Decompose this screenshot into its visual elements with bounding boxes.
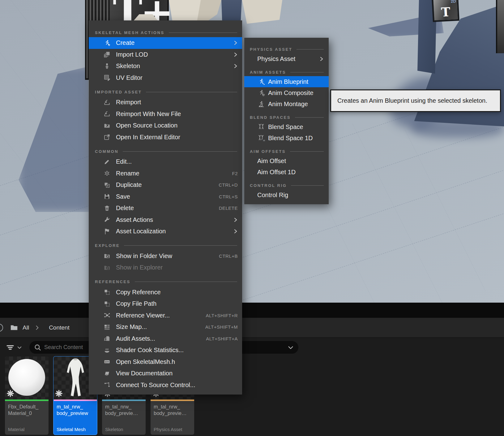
anim-blueprint-icon bbox=[257, 78, 265, 85]
search-combo-chevron-icon[interactable] bbox=[287, 344, 294, 351]
asset-label-area: m_tal_nrw_body_previewSkeletal Mesh bbox=[53, 401, 97, 435]
audit-icon bbox=[103, 335, 111, 342]
menu-item-reference-viewer[interactable]: Reference Viewer...ALT+SHIFT+R bbox=[89, 310, 242, 322]
anim-composite-icon bbox=[257, 89, 265, 97]
menu-item-label: Show in Folder View bbox=[116, 253, 172, 260]
external-link-icon bbox=[103, 133, 111, 141]
create-submenu: PHYSICS ASSETPhysics AssetANIM ASSETSAni… bbox=[244, 38, 329, 204]
menu-item-physics-asset[interactable]: Physics Asset bbox=[244, 53, 329, 64]
menu-item-copy-file-path[interactable]: Copy File Path bbox=[89, 298, 242, 310]
menu-item-show-in-explorer[interactable]: Show in Explorer bbox=[89, 262, 242, 274]
menu-item-label: Create bbox=[116, 39, 135, 46]
menu-item-reimport-with-new-file[interactable]: Reimport With New File bbox=[89, 108, 242, 120]
menu-item-blend-space-1d[interactable]: 1DBlend Space 1D bbox=[244, 132, 329, 144]
menu-item-label: Asset Actions bbox=[116, 216, 153, 223]
menu-item-label: Shader Cook Statistics... bbox=[116, 347, 184, 354]
settings-circle-icon[interactable] bbox=[0, 324, 3, 332]
duplicate-icon bbox=[103, 181, 111, 189]
menu-section-header: SKELETAL MESH ACTIONS bbox=[89, 24, 242, 37]
folder-icon bbox=[10, 323, 18, 332]
beige-box-actor-2[interactable] bbox=[242, 0, 282, 25]
menu-item-copy-reference[interactable]: Copy Reference bbox=[89, 287, 242, 298]
menu-item-anim-composite[interactable]: Anim Composite bbox=[244, 87, 329, 98]
menu-item-open-source-location[interactable]: Open Source Location bbox=[89, 120, 242, 132]
menu-item-label: Reimport bbox=[116, 99, 141, 106]
menu-item-control-rig[interactable]: Control Rig bbox=[244, 189, 329, 201]
menu-item-import-lod[interactable]: Import LOD bbox=[89, 49, 242, 61]
filters-button[interactable] bbox=[6, 343, 22, 352]
breadcrumb-root[interactable]: All bbox=[23, 324, 29, 331]
menu-item-audit-assets[interactable]: Audit Assets...ALT+SHIFT+A bbox=[89, 333, 242, 345]
menu-item-label: Open SkeletalMesh.h bbox=[116, 358, 175, 365]
menu-item-label: Open Source Location bbox=[116, 122, 177, 129]
menu-item-skeleton[interactable]: Skeleton bbox=[89, 60, 242, 72]
menu-item-label: Rename bbox=[116, 170, 139, 177]
menu-item-label: Aim Offset bbox=[257, 158, 286, 165]
asset-name: m_tal_nrw_body_previe… bbox=[105, 404, 143, 417]
breadcrumb-path-content[interactable]: Content bbox=[49, 324, 70, 331]
svg-text:1D: 1D bbox=[263, 140, 265, 141]
asset-type-label: Physics Asset bbox=[154, 427, 191, 432]
menu-item-duplicate[interactable]: DuplicateCTRL+D bbox=[89, 179, 242, 191]
menu-item-shortcut: ALT+SHIFT+M bbox=[205, 324, 238, 330]
submenu-arrow-icon bbox=[320, 57, 324, 61]
section-divider-line bbox=[290, 151, 324, 152]
asset-label-area: Fbx_Default_Material_0Material bbox=[5, 401, 49, 435]
tooltip: Creates an Anim Blueprint using the sele… bbox=[330, 89, 501, 112]
menu-item-aim-offset[interactable]: Aim Offset bbox=[244, 155, 329, 166]
steam-icon bbox=[103, 347, 111, 354]
menu-item-aim-offset-1d[interactable]: Aim Offset 1D bbox=[244, 166, 329, 178]
asset-type-label: Material bbox=[8, 427, 45, 432]
menu-item-delete[interactable]: DeleteDELETE bbox=[89, 202, 242, 214]
menu-section-header-label: IMPORTED ASSET bbox=[95, 90, 142, 94]
filter-lines-icon bbox=[6, 343, 15, 352]
menu-item-shader-cook-statistics[interactable]: Shader Cook Statistics... bbox=[89, 344, 242, 356]
menu-item-label: Show in Explorer bbox=[116, 264, 163, 271]
menu-section-header: COMMON bbox=[89, 143, 242, 156]
menu-section-header: EXPLORE bbox=[89, 237, 242, 250]
menu-item-label: Open In External Editor bbox=[116, 134, 180, 141]
menu-item-asset-actions[interactable]: Asset Actions bbox=[89, 214, 242, 226]
menu-item-anim-blueprint[interactable]: Anim Blueprint bbox=[244, 76, 329, 87]
menu-section-header-label: AIM OFFSETS bbox=[250, 149, 286, 154]
menu-item-reimport[interactable]: Reimport bbox=[89, 97, 242, 108]
menu-item-blend-space[interactable]: Blend Space bbox=[244, 121, 329, 132]
menu-item-open-in-external-editor[interactable]: Open In External Editor bbox=[89, 132, 242, 143]
import-icon bbox=[103, 99, 111, 106]
billboard-edge-right bbox=[496, 0, 504, 53]
menu-item-open-skeletalmesh-h[interactable]: C++Open SkeletalMesh.h bbox=[89, 356, 242, 368]
menu-item-rename[interactable]: RenameF2 bbox=[89, 168, 242, 179]
filter-chevron-down-icon bbox=[17, 345, 22, 350]
menu-item-asset-localization[interactable]: Asset Localization bbox=[89, 226, 242, 237]
menu-item-label: Duplicate bbox=[116, 181, 142, 188]
section-divider-line bbox=[135, 282, 237, 282]
asset-tile-fbx-default-material-0[interactable]: Fbx_Default_Material_0Material bbox=[5, 356, 49, 435]
asterisk-badge bbox=[55, 390, 63, 399]
menu-item-label: Audit Assets... bbox=[116, 335, 155, 342]
menu-item-view-documentation[interactable]: View Documentation bbox=[89, 368, 242, 379]
menu-section-header-label: COMMON bbox=[95, 149, 118, 154]
pencil-icon bbox=[103, 158, 111, 166]
size-map-icon bbox=[103, 323, 111, 331]
menu-section-header-label: EXPLORE bbox=[95, 243, 120, 248]
menu-item-size-map[interactable]: Size Map...ALT+SHIFT+M bbox=[89, 321, 242, 333]
submenu-arrow-icon bbox=[234, 229, 238, 234]
skeletal-mesh-context-menu: SKELETAL MESH ACTIONSCreateImport LODSke… bbox=[89, 20, 242, 395]
menu-item-connect-to-source-control[interactable]: Connect To Source Control... bbox=[89, 379, 242, 391]
menu-section-header: REFERENCES bbox=[89, 274, 242, 287]
menu-item-edit[interactable]: Edit... bbox=[89, 156, 242, 168]
menu-item-anim-montage[interactable]: Anim Montage bbox=[244, 98, 329, 110]
menu-item-shortcut: F2 bbox=[232, 171, 238, 176]
menu-item-show-in-folder-view[interactable]: Show in Folder ViewCTRL+B bbox=[89, 250, 242, 262]
menu-item-create[interactable]: Create bbox=[89, 37, 242, 49]
menu-item-save[interactable]: SaveCTRL+S bbox=[89, 191, 242, 203]
menu-item-label: Copy File Path bbox=[116, 300, 156, 307]
menu-item-uv-editor[interactable]: UV Editor bbox=[89, 72, 242, 84]
menu-item-label: Control Rig bbox=[257, 192, 288, 199]
text3d-2d-billboard[interactable]: T 2D bbox=[432, 0, 459, 22]
asset-label-area: m_tal_nrw_body_previe…Physics Asset bbox=[151, 401, 194, 435]
asset-name: m_tal_nrw_body_previe… bbox=[154, 404, 191, 417]
menu-item-shortcut: CTRL+B bbox=[219, 253, 238, 259]
asset-type-label: Skeletal Mesh bbox=[57, 427, 94, 432]
menu-section-header: AIM OFFSETS bbox=[244, 144, 329, 155]
